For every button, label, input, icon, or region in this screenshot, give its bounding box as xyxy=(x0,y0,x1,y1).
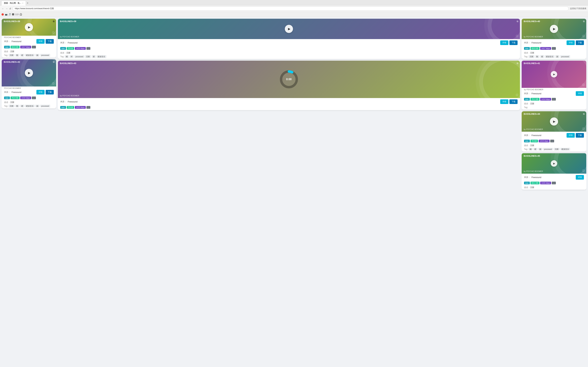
card-42-tag-1[interactable]: 贝斯 xyxy=(9,105,15,107)
card-41-tag-label-row: Tag: xyxy=(522,106,586,109)
card-40-external-icon[interactable]: ⧉ xyxy=(583,20,585,23)
card-42-source-val: Freesound xyxy=(12,91,21,93)
card-44-right-desc: 描述：贝斯 xyxy=(522,144,586,148)
card-43-tag-size: 70 KB xyxy=(67,106,74,109)
card-42-external-icon[interactable]: ⧉ xyxy=(53,61,54,63)
card-38-title-overlay: BASSLINES»38 xyxy=(4,20,20,23)
card-45-detail-button[interactable]: 详情 xyxy=(576,175,584,180)
card-42-play-button[interactable] xyxy=(25,69,33,77)
card-40-tag-wav: wav xyxy=(524,47,530,50)
card-40-tag-label: Tag: xyxy=(524,55,528,58)
card-38-tag-1[interactable]: 贝斯 xyxy=(9,54,15,57)
card-40-tag-6[interactable]: procesed xyxy=(560,55,570,58)
card-39-tag-1[interactable]: 橘 xyxy=(65,55,69,58)
card-42-tag-5[interactable]: 踢 xyxy=(35,105,39,107)
card-44-right-tag-1[interactable]: 橘 xyxy=(528,148,533,150)
card-43-btn-row: 详情 下载 xyxy=(500,100,518,104)
card-38-tag-3[interactable]: 硬 xyxy=(20,54,24,57)
card-43-source-row: 来源： Freesound 详情 下载 xyxy=(58,100,520,104)
card-44-right-title-overlay: BASSLINES»44 xyxy=(524,113,540,115)
card-38-play-button[interactable] xyxy=(25,23,33,31)
card-40-tag-size: 69.9 KB xyxy=(530,47,539,50)
card-41-title-overlay: BASSLINES»41 xyxy=(524,62,540,65)
card-42-tag-2[interactable]: 数 xyxy=(15,105,19,107)
card-40-tag-4[interactable]: 硬派音乐 xyxy=(545,55,555,58)
card-40-download-button[interactable]: 下载 xyxy=(576,41,584,45)
card-43-detail-button[interactable]: 详情 xyxy=(500,100,508,104)
card-42-desc: 描述：贝斯 xyxy=(2,100,56,104)
card-38-media: BASSLINES»38 ⓘ ⧉ xyxy=(2,19,56,36)
card-40-tag-3[interactable]: 硬 xyxy=(540,55,544,58)
card-38-tag-2[interactable]: 数 xyxy=(15,54,19,57)
card-42-tag-3[interactable]: 硬 xyxy=(20,105,24,107)
card-39-tag-6[interactable]: 硬派音乐 xyxy=(96,55,106,58)
card-41-media: BASSLINES»41 ⓘ xyxy=(522,61,586,88)
card-40-tag-5[interactable]: 踢 xyxy=(555,55,559,58)
card-41-source-row: 来源： Freesound 详情 xyxy=(522,91,586,96)
card-41-tag-wav: wav xyxy=(524,98,530,100)
card-41-desc: 描述：贝斯 xyxy=(522,102,586,106)
card-43-tag-wav: wav xyxy=(60,106,66,109)
card-38-desc: 描述：贝斯 xyxy=(2,50,56,54)
card-42-tag-4[interactable]: 硬派音乐 xyxy=(25,105,35,107)
card-43-download-button[interactable]: 下载 xyxy=(509,100,518,104)
right-column: BASSLINES»40 by PSYCHO BOOMER ⓘ ⧉ 来源： Fr… xyxy=(522,19,586,365)
card-39-tag-3[interactable]: procesed xyxy=(74,55,84,58)
card-42-detail-button[interactable]: 详情 xyxy=(36,90,44,94)
card-39-tag-2[interactable]: 球 xyxy=(69,55,74,58)
card-42-btn-row: 详情 下载 xyxy=(36,90,54,94)
card-43-media: 0:00 BASSLINES»43 by PSYCHO BOOMER ⓘ ⧉ xyxy=(58,61,520,98)
card-40-source-val: Freesound xyxy=(532,42,541,44)
card-39-play-button[interactable] xyxy=(285,25,293,33)
card-43-external-icon[interactable]: ⧉ xyxy=(517,62,518,65)
card-39-external-icon[interactable]: ⧉ xyxy=(517,20,518,23)
card-39-download-button[interactable]: 下载 xyxy=(509,41,518,45)
notification-text: 这类粒子突然爆燃 xyxy=(570,7,586,10)
card-40-tag-1[interactable]: 贝斯 xyxy=(528,55,535,58)
card-44-right-tag-more: ... xyxy=(550,140,554,142)
extension-bar: 🔴 📷 🎵 🅰 113 🎧 xyxy=(0,12,588,17)
card-39: BASSLINES»39 by PSYCHO BOOMER ⓘ ⧉ 来源： Fr… xyxy=(58,19,520,59)
card-39-tag-5[interactable]: 硬 xyxy=(92,55,96,58)
card-38-tag-4[interactable]: 硬派音乐 xyxy=(25,54,35,57)
card-40-play-button[interactable] xyxy=(550,25,558,33)
card-38-tag-5[interactable]: 踢 xyxy=(35,54,39,57)
card-44-right-tag-6[interactable]: 硬派音乐 xyxy=(560,148,570,150)
url-bar[interactable]: https://www.tosound.com/search/word-贝斯 xyxy=(13,7,569,11)
card-41-source-val: Freesound xyxy=(532,92,541,95)
card-44-right-source-val: Freesound xyxy=(532,134,541,137)
card-44-right-tag-2[interactable]: 硬 xyxy=(533,148,537,150)
card-40-tag-2[interactable]: 数 xyxy=(535,55,539,58)
back-button[interactable]: ← xyxy=(2,7,4,10)
card-44-right-tag-5[interactable]: 贝斯 xyxy=(554,148,560,150)
card-41-play-button[interactable] xyxy=(551,71,557,77)
card-44-right-detail-button[interactable]: 详情 xyxy=(567,133,575,138)
card-44-right-download-button[interactable]: 下载 xyxy=(576,133,584,138)
card-38-btn-row: 详情 下载 xyxy=(36,39,54,44)
new-tab-button[interactable]: + xyxy=(27,1,28,5)
card-39-copyright-icon: ⓘ xyxy=(516,35,518,38)
card-38-tag-6[interactable]: procesed xyxy=(40,54,50,57)
card-45-play-button[interactable] xyxy=(551,160,557,167)
card-44-right-tag-3[interactable]: 踢 xyxy=(538,148,542,150)
card-45-author-overlay: by PSYCHO BOOMER xyxy=(524,170,543,172)
card-41-detail-button[interactable]: 详情 xyxy=(576,91,584,96)
card-39-detail-button[interactable]: 详情 xyxy=(500,41,508,45)
card-44-right-source-label: 来源： xyxy=(524,134,530,137)
card-44-right-play-button[interactable] xyxy=(550,117,558,125)
card-44-right-tag-4[interactable]: procesed xyxy=(543,148,553,150)
card-44-right-source-row: 来源： Freesound 详情 下载 xyxy=(522,133,586,138)
card-42-desc-label: 描述： xyxy=(4,101,10,103)
tab-close[interactable]: × xyxy=(22,2,23,4)
card-40-detail-button[interactable]: 详情 xyxy=(567,41,575,45)
card-38-detail-button[interactable]: 详情 xyxy=(36,39,44,44)
reload-button[interactable]: ↺ xyxy=(9,7,11,10)
active-tab[interactable]: 搜索 · 淘云网 · 免... × xyxy=(1,1,26,5)
card-42-download-button[interactable]: 下载 xyxy=(46,90,54,94)
card-39-tag-4[interactable]: 贝斯 xyxy=(85,55,91,58)
card-38-external-icon[interactable]: ⧉ xyxy=(53,20,54,23)
forward-button[interactable]: → xyxy=(5,7,8,10)
card-38-download-button[interactable]: 下载 xyxy=(46,39,54,44)
card-44-right-external-icon[interactable]: ⧉ xyxy=(583,113,585,115)
card-42-tag-6[interactable]: procesed xyxy=(40,105,50,107)
